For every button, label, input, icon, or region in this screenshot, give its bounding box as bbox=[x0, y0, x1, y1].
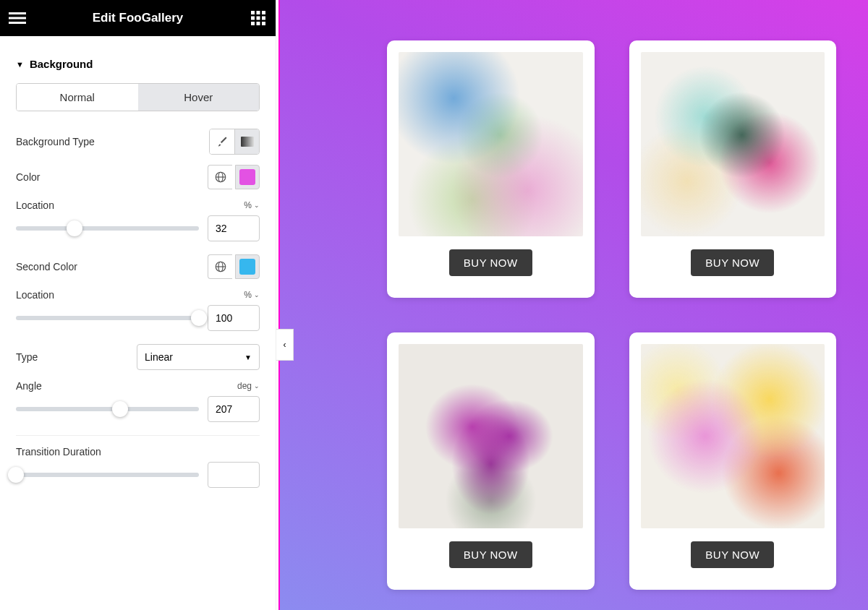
chevron-down-icon: ⌄ bbox=[254, 202, 260, 209]
location1-unit-selector[interactable]: %⌄ bbox=[244, 200, 260, 210]
slider-thumb[interactable] bbox=[112, 401, 128, 417]
location2-label: Location bbox=[16, 289, 54, 301]
angle-label: Angle bbox=[16, 380, 42, 392]
panel-header: Edit FooGallery bbox=[0, 0, 276, 36]
type-label: Type bbox=[16, 351, 38, 363]
location1-label: Location bbox=[16, 199, 54, 211]
gallery-card: BUY NOW bbox=[629, 40, 837, 298]
globe-icon bbox=[214, 171, 227, 184]
svg-rect-3 bbox=[251, 11, 255, 14]
gallery-card: BUY NOW bbox=[629, 332, 837, 590]
svg-rect-10 bbox=[257, 22, 260, 25]
gallery-grid: BUY NOW BUY NOW BUY NOW BUY NOW bbox=[278, 0, 868, 610]
second-color-swatch-button[interactable] bbox=[235, 254, 260, 279]
transition-label: Transition Duration bbox=[16, 446, 101, 458]
svg-rect-8 bbox=[262, 17, 265, 20]
slider-angle bbox=[16, 396, 260, 422]
slider-location-1 bbox=[16, 215, 260, 241]
gallery-image[interactable] bbox=[641, 344, 825, 528]
svg-rect-4 bbox=[257, 11, 260, 14]
background-type-label: Background Type bbox=[16, 136, 95, 147]
gallery-card: BUY NOW bbox=[387, 40, 595, 298]
second-color-swatch bbox=[239, 259, 255, 275]
color-swatch-button[interactable] bbox=[235, 165, 260, 189]
second-color-global-button[interactable] bbox=[208, 254, 232, 279]
gallery-image[interactable] bbox=[399, 344, 583, 528]
location1-slider[interactable] bbox=[16, 226, 199, 231]
slider-transition bbox=[16, 462, 260, 488]
chevron-down-icon: ⌄ bbox=[254, 382, 260, 390]
angle-slider[interactable] bbox=[16, 407, 199, 411]
slider-thumb[interactable] bbox=[67, 220, 82, 236]
gallery-card: BUY NOW bbox=[387, 332, 595, 590]
location2-slider[interactable] bbox=[16, 316, 199, 320]
bg-type-classic-button[interactable] bbox=[210, 129, 234, 154]
svg-rect-0 bbox=[9, 12, 26, 14]
section-toggle-background[interactable]: ▼ Background bbox=[16, 51, 260, 83]
transition-input[interactable] bbox=[208, 462, 260, 488]
globe-icon bbox=[214, 260, 227, 273]
row-type: Type Linear ▼ bbox=[16, 344, 260, 370]
gallery-image[interactable] bbox=[399, 52, 583, 236]
svg-rect-9 bbox=[251, 22, 255, 25]
row-angle: Angle deg⌄ bbox=[16, 380, 260, 392]
row-location-2: Location %⌄ bbox=[16, 289, 260, 301]
background-type-buttons bbox=[209, 129, 260, 155]
bg-type-gradient-button[interactable] bbox=[234, 129, 259, 154]
menu-icon[interactable] bbox=[7, 8, 27, 28]
location1-input[interactable] bbox=[208, 215, 260, 241]
angle-input[interactable] bbox=[208, 396, 260, 422]
tab-hover[interactable]: Hover bbox=[138, 84, 260, 111]
row-transition: Transition Duration bbox=[16, 446, 260, 458]
row-location-1: Location %⌄ bbox=[16, 199, 260, 211]
buy-now-button[interactable]: BUY NOW bbox=[691, 541, 774, 568]
slider-thumb[interactable] bbox=[191, 310, 207, 326]
type-select-value: Linear bbox=[145, 351, 173, 363]
buy-now-button[interactable]: BUY NOW bbox=[449, 249, 532, 276]
row-color: Color bbox=[16, 165, 260, 189]
tab-normal[interactable]: Normal bbox=[17, 84, 138, 111]
color-global-button[interactable] bbox=[208, 165, 232, 189]
svg-rect-11 bbox=[262, 22, 265, 25]
caret-down-icon: ▼ bbox=[16, 60, 24, 69]
slider-location-2 bbox=[16, 305, 260, 331]
divider bbox=[16, 435, 260, 436]
angle-unit-selector[interactable]: deg⌄ bbox=[237, 381, 260, 391]
section-title: Background bbox=[30, 58, 93, 70]
row-background-type: Background Type bbox=[16, 129, 260, 155]
chevron-left-icon: ‹ bbox=[284, 340, 286, 350]
svg-rect-1 bbox=[9, 17, 26, 20]
state-tabs: Normal Hover bbox=[16, 83, 260, 111]
gallery-image[interactable] bbox=[641, 52, 825, 236]
svg-rect-6 bbox=[251, 17, 255, 20]
svg-rect-7 bbox=[257, 17, 260, 20]
type-select[interactable]: Linear ▼ bbox=[137, 344, 260, 370]
second-color-label: Second Color bbox=[16, 261, 77, 272]
row-second-color: Second Color bbox=[16, 254, 260, 279]
brush-icon bbox=[216, 135, 229, 148]
buy-now-button[interactable]: BUY NOW bbox=[691, 249, 774, 276]
panel-body: ▼ Background Normal Hover Background Typ… bbox=[0, 36, 276, 508]
gradient-icon bbox=[241, 137, 254, 147]
location2-unit-selector[interactable]: %⌄ bbox=[244, 290, 260, 300]
transition-slider[interactable] bbox=[16, 473, 199, 477]
settings-panel: Edit FooGallery ▼ Background Normal Hove… bbox=[0, 0, 276, 610]
triangle-down-icon: ▼ bbox=[244, 353, 252, 361]
svg-rect-5 bbox=[262, 11, 265, 14]
apps-grid-icon[interactable] bbox=[248, 8, 268, 28]
collapse-panel-button[interactable]: ‹ bbox=[276, 329, 294, 361]
location2-input[interactable] bbox=[208, 305, 260, 331]
svg-rect-2 bbox=[9, 22, 26, 24]
color-label: Color bbox=[16, 171, 40, 183]
chevron-down-icon: ⌄ bbox=[254, 291, 260, 298]
preview-area: BUY NOW BUY NOW BUY NOW BUY NOW bbox=[276, 0, 868, 610]
buy-now-button[interactable]: BUY NOW bbox=[449, 541, 532, 568]
panel-title: Edit FooGallery bbox=[27, 11, 248, 25]
slider-thumb[interactable] bbox=[8, 467, 24, 483]
color-swatch bbox=[239, 169, 255, 185]
